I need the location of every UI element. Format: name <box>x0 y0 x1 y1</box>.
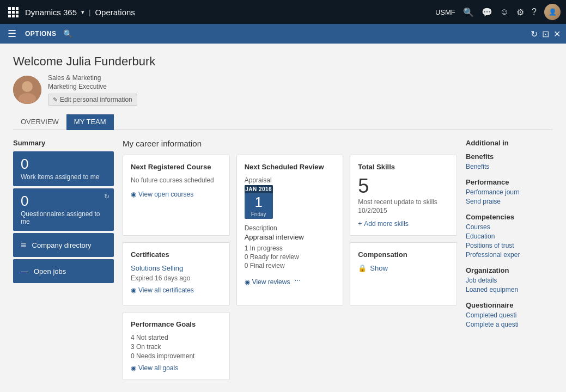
edit-personal-info-button[interactable]: ✎ Edit personal information <box>48 94 137 106</box>
competencies-heading: Competencies <box>466 213 553 221</box>
company-directory-tile[interactable]: Company directory <box>13 233 114 257</box>
education-link[interactable]: Education <box>466 232 553 240</box>
search-icon[interactable]: 🔍 <box>463 7 474 17</box>
company-directory-label: Company directory <box>32 241 92 249</box>
lock-icon: 🔒 <box>358 264 367 272</box>
review-type: Appraisal <box>245 176 336 184</box>
company-selector[interactable]: USMF <box>435 8 455 16</box>
organization-heading: Organization <box>466 266 553 274</box>
perf-goals-card: Performance Goals 4 Not started 3 On tra… <box>123 312 230 380</box>
sidebar-competencies-section: Competencies Courses Education Positions… <box>466 213 553 259</box>
perf-goals-title: Performance Goals <box>131 320 222 328</box>
no-courses-text: No future courses scheduled <box>131 176 222 184</box>
module-name: Operations <box>95 8 135 17</box>
emoji-icon[interactable]: ☺ <box>500 7 509 17</box>
loaned-equipment-link[interactable]: Loaned equipmen <box>466 286 553 293</box>
view-all-goals-link[interactable]: ◉ View all goals <box>131 364 222 372</box>
compensation-title: Compensation <box>358 250 449 259</box>
waffle-dot <box>12 11 15 14</box>
waffle-dot <box>8 7 11 10</box>
hamburger-menu-button[interactable]: ☰ <box>5 26 19 42</box>
tabs-row: OVERVIEW MY TEAM <box>13 114 553 130</box>
total-skills-card: Total Skills 5 Most recent update to ski… <box>350 155 457 236</box>
secondary-search-icon[interactable]: 🔍 <box>63 29 72 38</box>
open-jobs-tile[interactable]: Open jobs <box>13 259 114 283</box>
complete-questionnaire-link[interactable]: Complete a questi <box>466 321 553 328</box>
waffle-dot <box>16 7 19 10</box>
avatar-initials: 👤 <box>549 8 557 16</box>
sidebar-organization-section: Organization Job details Loaned equipmen <box>466 266 553 293</box>
waffle-dot <box>12 15 15 17</box>
eye-icon: ◉ <box>131 191 136 198</box>
skills-number: 5 <box>358 176 449 196</box>
show-compensation-label: Show <box>370 264 388 272</box>
view-courses-link[interactable]: ◉ View open courses <box>131 191 222 198</box>
user-avatar[interactable]: 👤 <box>544 4 561 20</box>
total-skills-title: Total Skills <box>358 163 449 171</box>
send-praise-link[interactable]: Send praise <box>466 198 553 205</box>
career-info-title: My career information <box>123 139 457 148</box>
view-certs-label: View all certificates <box>138 286 194 294</box>
waffle-menu-button[interactable] <box>5 4 21 20</box>
tab-my-team[interactable]: MY TEAM <box>66 114 114 130</box>
edit-btn-label: Edit personal information <box>60 96 132 103</box>
questionnaires-tile[interactable]: ↻ 0 Questionnaires assigned to me <box>13 188 114 231</box>
settings-icon[interactable]: ⚙ <box>516 7 524 17</box>
sidebar-benefits-section: Benefits Benefits <box>466 152 553 170</box>
eye-icon-4: ◉ <box>131 364 136 372</box>
waffle-dot <box>12 7 15 10</box>
goals-stat-3: 0 Needs improvement <box>131 352 222 360</box>
add-skills-label: Add more skills <box>364 220 408 228</box>
tile-refresh-icon[interactable]: ↻ <box>104 193 109 200</box>
cert-name[interactable]: Solutions Selling <box>131 264 222 272</box>
help-icon[interactable]: ? <box>532 7 537 17</box>
top-nav-left: Dynamics 365 ▾ | Operations <box>5 4 135 20</box>
positions-of-trust-link[interactable]: Positions of trust <box>466 242 553 249</box>
secondary-nav: ☰ OPTIONS 🔍 ↻ ⊡ ✕ <box>0 24 566 44</box>
view-reviews-link[interactable]: ◉ View reviews <box>245 278 290 286</box>
content-layout: Summary 0 Work items assigned to me ↻ 0 … <box>13 139 553 380</box>
welcome-header: Welcome Julia Funderburk Sales & Marketi… <box>13 54 553 106</box>
profile-info: Sales & Marketing Marketing Executive ✎ … <box>48 74 137 106</box>
options-label[interactable]: OPTIONS <box>25 30 57 38</box>
goals-stat-2: 3 On track <box>131 343 222 351</box>
completed-questionnaires-link[interactable]: Completed questi <box>466 311 553 319</box>
next-review-title: Next Scheduled Review <box>245 163 336 171</box>
skills-date: 10/2/2015 <box>358 207 449 215</box>
chat-icon[interactable]: 💬 <box>482 7 492 17</box>
refresh-icon[interactable]: ↻ <box>531 29 538 39</box>
benefits-link[interactable]: Benefits <box>466 163 553 170</box>
sidebar-questionnaire-section: Questionnaire Completed questi Complete … <box>466 301 553 328</box>
show-compensation-link[interactable]: 🔒 Show <box>358 264 449 272</box>
performance-journal-link[interactable]: Performance journ <box>466 188 553 196</box>
next-course-title: Next Registered Course <box>131 163 222 171</box>
calendar-box: JAN 2016 1 Friday <box>245 185 273 219</box>
questionnaires-label: Questionnaires assigned to me <box>21 210 106 225</box>
job-details-link[interactable]: Job details <box>466 277 553 284</box>
review-stat-2: 0 Ready for review <box>245 253 336 261</box>
tab-overview[interactable]: OVERVIEW <box>13 114 66 130</box>
courses-link[interactable]: Courses <box>466 223 553 231</box>
welcome-title: Welcome Julia Funderburk <box>13 54 553 69</box>
top-nav-right: USMF 🔍 💬 ☺ ⚙ ? 👤 <box>435 4 561 20</box>
waffle-grid <box>8 7 19 17</box>
performance-heading: Performance <box>466 178 553 186</box>
view-certificates-link[interactable]: ◉ View all certificates <box>131 286 222 294</box>
avatar-svg <box>13 76 41 104</box>
compensation-card: Compensation 🔒 Show <box>350 242 457 305</box>
work-items-tile[interactable]: 0 Work items assigned to me <box>13 151 114 186</box>
waffle-dot <box>16 15 19 17</box>
waffle-dot <box>16 11 19 14</box>
brand-name[interactable]: Dynamics 365 <box>23 8 79 17</box>
view-goals-label: View all goals <box>138 364 178 372</box>
professional-experience-link[interactable]: Professional exper <box>466 251 553 259</box>
review-stat-3: 0 Final review <box>245 262 336 270</box>
restore-icon[interactable]: ⊡ <box>542 29 549 39</box>
waffle-dot <box>8 11 11 14</box>
additional-title: Additional in <box>466 139 553 147</box>
more-options-icon[interactable]: ··· <box>294 275 301 284</box>
close-icon[interactable]: ✕ <box>553 29 561 39</box>
add-skills-link[interactable]: + Add more skills <box>358 220 449 228</box>
questionnaire-heading: Questionnaire <box>466 301 553 309</box>
chevron-down-icon[interactable]: ▾ <box>81 9 84 16</box>
